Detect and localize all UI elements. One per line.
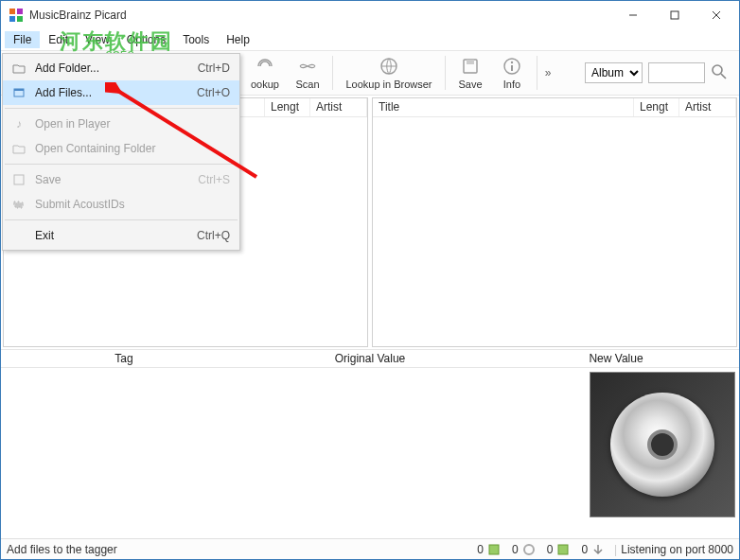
music-note-icon: ♪: [9, 117, 29, 131]
menubar: File Edit View Options Tools Help: [1, 29, 739, 50]
svg-point-14: [713, 65, 722, 75]
status-message: Add files to the tagger: [7, 543, 471, 556]
svg-rect-13: [511, 65, 513, 71]
svg-point-12: [511, 61, 513, 63]
down-badge-icon: [591, 543, 605, 556]
menu-add-files[interactable]: Add Files... Ctrl+O: [3, 80, 239, 105]
menu-open-containing: Open Containing Folder: [3, 136, 239, 161]
menu-help[interactable]: Help: [218, 31, 258, 48]
svg-rect-0: [9, 9, 15, 14]
menu-add-folder[interactable]: Add Folder... Ctrl+D: [3, 56, 239, 80]
scan-icon: [297, 56, 318, 77]
toolbar-lookup-browser[interactable]: Lookup in Browser: [337, 54, 441, 92]
check-badge-icon: [556, 543, 570, 556]
statusbar: Add files to the tagger 0 0 0 0 | Listen…: [1, 538, 739, 559]
cover-art[interactable]: [590, 372, 735, 517]
svg-rect-5: [671, 11, 678, 19]
status-listening: Listening on port 8000: [621, 543, 733, 556]
right-col-artist[interactable]: Artist: [679, 98, 736, 116]
right-pane[interactable]: Title Lengt Artist: [372, 97, 737, 347]
close-button[interactable]: [696, 2, 737, 28]
menu-file[interactable]: File: [5, 31, 40, 48]
disc-icon: [610, 393, 714, 497]
svg-rect-2: [9, 16, 15, 22]
waveform-icon: [9, 198, 29, 211]
app-icon: [9, 8, 24, 23]
app-title: MusicBrainz Picard: [29, 9, 612, 22]
lookup-icon: [255, 56, 275, 77]
lower-panel: [1, 368, 739, 523]
menu-save: Save Ctrl+S: [3, 167, 239, 192]
folder-icon: [9, 142, 29, 155]
tag-col-original[interactable]: Original Value: [247, 350, 493, 367]
file-dropdown: Add Folder... Ctrl+D Add Files... Ctrl+O…: [2, 53, 240, 251]
menu-exit[interactable]: Exit Ctrl+Q: [3, 223, 239, 248]
globe-icon: [379, 56, 399, 77]
file-badge-icon: [487, 543, 501, 556]
minimize-button[interactable]: [612, 2, 654, 28]
svg-rect-3: [17, 16, 23, 22]
menu-submit-acoustids: Submit AcoustIDs: [3, 192, 239, 217]
save-icon: [9, 173, 29, 186]
disc-badge-icon: [522, 543, 536, 556]
svg-rect-22: [558, 545, 568, 554]
menu-tools[interactable]: Tools: [174, 31, 218, 48]
menu-open-player: ♪ Open in Player: [3, 112, 239, 136]
tag-col-new[interactable]: New Value: [493, 350, 739, 367]
toolbar-info[interactable]: Info: [491, 54, 533, 92]
titlebar: MusicBrainz Picard: [1, 1, 739, 29]
status-count-matched: 0: [547, 543, 571, 556]
left-col-length[interactable]: Lengt: [265, 98, 310, 116]
status-count-files: 0: [477, 543, 501, 556]
tag-panel-headers: Tag Original Value New Value: [1, 349, 739, 368]
search-input[interactable]: [648, 62, 705, 83]
toolbar-separator: [445, 56, 446, 90]
left-col-artist[interactable]: Artist: [310, 98, 367, 116]
file-plus-icon: [9, 86, 29, 99]
toolbar-separator: [537, 56, 537, 90]
right-pane-body[interactable]: [373, 117, 736, 346]
svg-point-21: [524, 545, 534, 554]
tag-col-tag[interactable]: Tag: [1, 350, 247, 367]
right-col-length[interactable]: Lengt: [634, 98, 679, 116]
svg-rect-17: [14, 89, 24, 91]
search-icon[interactable]: [711, 63, 730, 82]
menu-options[interactable]: Options: [118, 31, 174, 48]
toolbar-scan[interactable]: Scan: [287, 54, 328, 92]
search-type-select[interactable]: Album: [585, 62, 643, 83]
right-pane-headers: Title Lengt Artist: [373, 98, 736, 117]
right-col-title[interactable]: Title: [373, 98, 634, 116]
save-icon: [460, 56, 481, 77]
tag-table[interactable]: [3, 370, 584, 521]
status-count-errors: 0: [581, 543, 605, 556]
info-icon: [502, 56, 522, 77]
app-window: MusicBrainz Picard 河东软件园 www.pc0359.cn F…: [0, 0, 740, 560]
toolbar-lookup[interactable]: ookup: [243, 54, 287, 92]
svg-rect-10: [467, 60, 474, 64]
toolbar-separator: [332, 56, 333, 90]
svg-rect-18: [14, 175, 24, 184]
svg-rect-1: [17, 9, 23, 14]
svg-rect-20: [489, 545, 499, 554]
status-count-pending: 0: [512, 543, 536, 556]
maximize-button[interactable]: [654, 2, 696, 28]
toolbar-save[interactable]: Save: [449, 54, 491, 92]
svg-line-15: [721, 74, 726, 79]
toolbar-overflow[interactable]: »: [541, 66, 555, 79]
menu-view[interactable]: View: [77, 31, 118, 48]
menu-edit[interactable]: Edit: [40, 31, 77, 48]
folder-plus-icon: [9, 61, 29, 75]
